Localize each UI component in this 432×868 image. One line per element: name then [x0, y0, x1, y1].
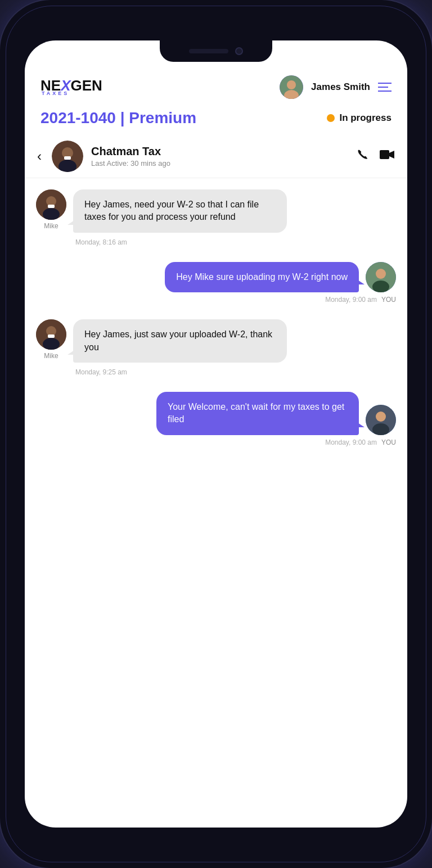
user-name-label: James Smith: [311, 82, 370, 93]
sender-avatar-wrap-1: Mike: [36, 189, 66, 230]
svg-point-14: [372, 281, 389, 292]
bubble-sent-4: Your Welcome, can't wait for my taxes to…: [156, 392, 359, 435]
logo-wrapper: NE X GEN TAXES: [40, 78, 102, 96]
you-label-4: YOU: [381, 438, 396, 446]
phone-screen: NE X GEN TAXES: [25, 40, 407, 828]
message-text-2: Hey Mike sure uploading my W-2 right now: [176, 272, 348, 282]
sender-label-1: Mike: [44, 222, 58, 230]
status-bar: 2021-1040 | Premium In progress: [25, 105, 407, 135]
video-button[interactable]: [379, 148, 395, 164]
case-title: 2021-1040 | Premium: [40, 109, 196, 127]
status-dot: [327, 114, 335, 122]
header-right: James Smith: [280, 75, 392, 99]
logo-taxes: TAXES: [42, 91, 102, 96]
sender-label-3: Mike: [44, 352, 58, 360]
phone-frame: NE X GEN TAXES: [0, 0, 432, 868]
message-text-4: Your Welcome, can't wait for my taxes to…: [168, 402, 344, 424]
app-header: NE X GEN TAXES: [25, 65, 407, 105]
svg-point-13: [376, 269, 386, 279]
message-received-1: Mike Hey James, need your W-2 so that I …: [36, 189, 396, 233]
user-avatar[interactable]: [280, 75, 303, 99]
message-time-4: Monday, 9:00 am YOU: [325, 438, 396, 446]
message-group-4: Your Welcome, can't wait for my taxes to…: [36, 392, 396, 446]
status-badge: In progress: [327, 112, 392, 124]
contact-avatar: [52, 141, 83, 172]
front-camera: [235, 47, 243, 55]
svg-point-10: [43, 208, 60, 220]
svg-point-20: [376, 412, 386, 422]
hamburger-line-1: [378, 83, 392, 84]
call-button[interactable]: [356, 147, 370, 165]
svg-point-17: [43, 338, 60, 350]
hamburger-line-3: [378, 91, 392, 92]
svg-rect-18: [48, 334, 55, 338]
mike-avatar-3: [36, 319, 66, 350]
svg-rect-7: [380, 150, 389, 159]
sender-avatar-wrap-3: Mike: [36, 319, 66, 360]
message-time-1: Monday, 8:16 am: [75, 238, 396, 246]
mike-avatar-1: [36, 189, 66, 220]
svg-rect-6: [64, 156, 71, 160]
message-group-1: Mike Hey James, need your W-2 so that I …: [36, 189, 396, 246]
logo: NE X GEN TAXES: [40, 78, 102, 96]
status-label: In progress: [339, 112, 392, 124]
message-group-3: Mike Hey James, just saw your uploaded W…: [36, 319, 396, 376]
contact-status: Last Active: 30 mins ago: [91, 159, 348, 168]
avatar-placeholder: [280, 75, 303, 99]
message-sent-4: Your Welcome, can't wait for my taxes to…: [156, 392, 396, 435]
message-time-3: Monday, 9:25 am: [75, 368, 396, 376]
message-group-2: Hey Mike sure uploading my W-2 right now…: [36, 262, 396, 304]
contact-name: Chatman Tax: [91, 145, 348, 158]
chat-header: ‹ Chatman Tax Last Active: 30 mins ago: [25, 135, 407, 178]
message-text-1: Hey James, need your W-2 so that I can f…: [84, 200, 259, 221]
bubble-received-3: Hey James, just saw your uploaded W-2, t…: [73, 319, 287, 363]
bubble-sent-2: Hey Mike sure uploading my W-2 right now: [165, 262, 359, 292]
you-avatar-4: [366, 405, 396, 435]
svg-point-21: [372, 423, 389, 435]
you-avatar-2: [366, 262, 396, 292]
time-label-4: Monday, 9:00 am: [325, 438, 377, 446]
chat-actions: [356, 147, 395, 165]
back-button[interactable]: ‹: [37, 148, 42, 164]
you-label-2: YOU: [381, 296, 396, 304]
message-received-3: Mike Hey James, just saw your uploaded W…: [36, 319, 396, 363]
app-content: NE X GEN TAXES: [25, 40, 407, 828]
message-sent-2: Hey Mike sure uploading my W-2 right now: [165, 262, 396, 292]
svg-rect-11: [48, 205, 55, 208]
menu-button[interactable]: [378, 83, 392, 92]
message-time-2: Monday, 9:00 am YOU: [325, 296, 396, 304]
bubble-received-1: Hey James, need your W-2 so that I can f…: [73, 189, 287, 233]
contact-info: Chatman Tax Last Active: 30 mins ago: [91, 145, 348, 168]
messages-container: Mike Hey James, need your W-2 so that I …: [25, 178, 407, 828]
message-text-3: Hey James, just saw your uploaded W-2, t…: [84, 329, 272, 351]
speaker: [189, 49, 228, 53]
phone-notch: [160, 40, 272, 62]
hamburger-line-2: [378, 87, 388, 88]
time-label-2: Monday, 9:00 am: [325, 296, 377, 304]
svg-point-1: [287, 80, 296, 89]
